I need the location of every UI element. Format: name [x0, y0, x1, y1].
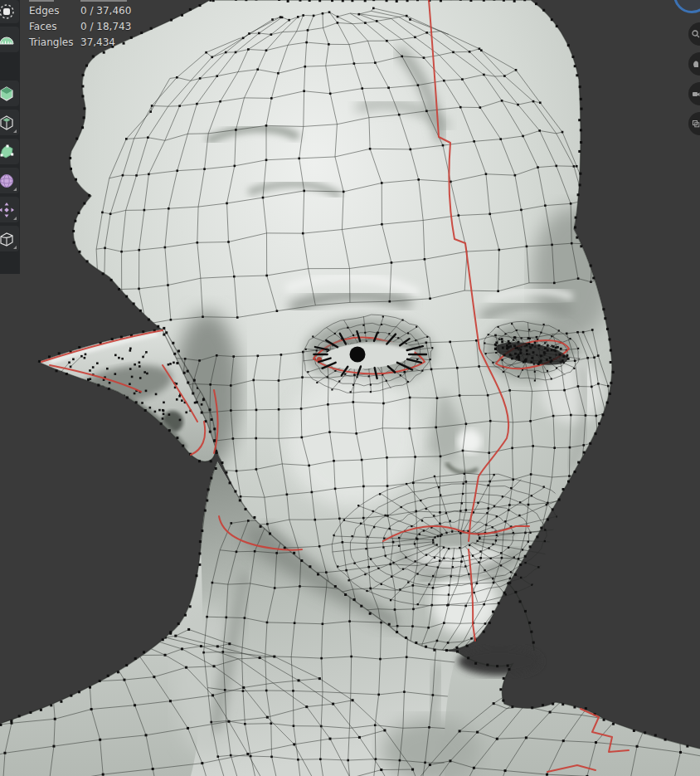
edit-mode-toolbar [0, 0, 20, 274]
spin-tool-button[interactable] [0, 168, 19, 193]
transform-icon [0, 3, 15, 20]
spin-icon [0, 173, 15, 189]
mesh-3d-view[interactable] [0, 0, 700, 776]
randomize-icon [0, 202, 15, 218]
camera-view-icon [692, 90, 700, 98]
poly-build-tool-button[interactable] [0, 139, 19, 164]
perspective-toggle-icon [692, 120, 700, 128]
stat-triangles: Triangles 37,434 [29, 35, 131, 51]
stat-value: 37,434 [80, 35, 115, 51]
measure-tool-button[interactable] [0, 27, 19, 52]
stat-label: Faces [29, 19, 80, 35]
stat-value: 0 / 37,460 [80, 3, 131, 19]
stat-faces: Faces 0 / 18,743 [29, 19, 131, 35]
zoom-icon [692, 30, 700, 38]
clipped-stats-row [29, 0, 127, 2]
statistics-overlay: Edges 0 / 37,460 Faces 0 / 18,743 Triang… [29, 3, 131, 51]
edge-slide-tool-button[interactable] [0, 226, 19, 251]
pupil [350, 347, 366, 363]
randomize-tool-button[interactable] [0, 197, 19, 222]
extrude-region-tool-button[interactable] [0, 81, 19, 106]
move-view-icon [692, 60, 700, 68]
inset-faces-icon [0, 115, 15, 131]
inset-faces-tool-button[interactable] [0, 110, 19, 135]
measure-icon [0, 32, 15, 48]
stat-label: Edges [29, 3, 80, 19]
edge-slide-icon [0, 231, 15, 247]
transform-tool-button[interactable] [0, 0, 19, 23]
viewport-canvas[interactable]: Edges 0 / 37,460 Faces 0 / 18,743 Triang… [0, 0, 700, 776]
poly-build-icon [0, 144, 15, 160]
stat-value: 0 / 18,743 [80, 19, 131, 35]
extrude-region-icon [0, 85, 15, 102]
stat-edges: Edges 0 / 37,460 [29, 3, 131, 19]
stat-label: Triangles [29, 35, 80, 51]
